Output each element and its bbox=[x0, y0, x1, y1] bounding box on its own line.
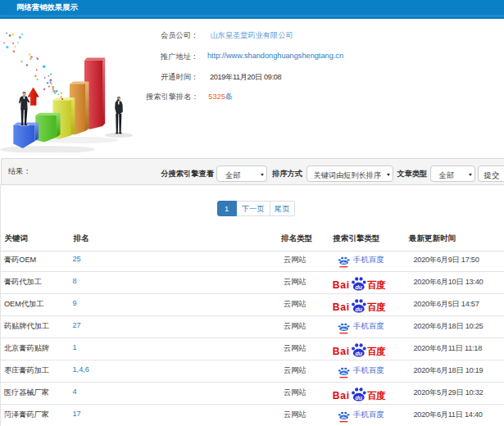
svg-text:du: du bbox=[341, 261, 347, 265]
svg-text:du: du bbox=[355, 349, 362, 356]
svg-text:du: du bbox=[355, 305, 362, 312]
svg-text:du: du bbox=[341, 416, 347, 419]
svg-text:du: du bbox=[341, 372, 347, 375]
svg-text:du: du bbox=[355, 393, 362, 401]
svg-text:du: du bbox=[355, 283, 362, 290]
svg-text:du: du bbox=[341, 328, 347, 331]
